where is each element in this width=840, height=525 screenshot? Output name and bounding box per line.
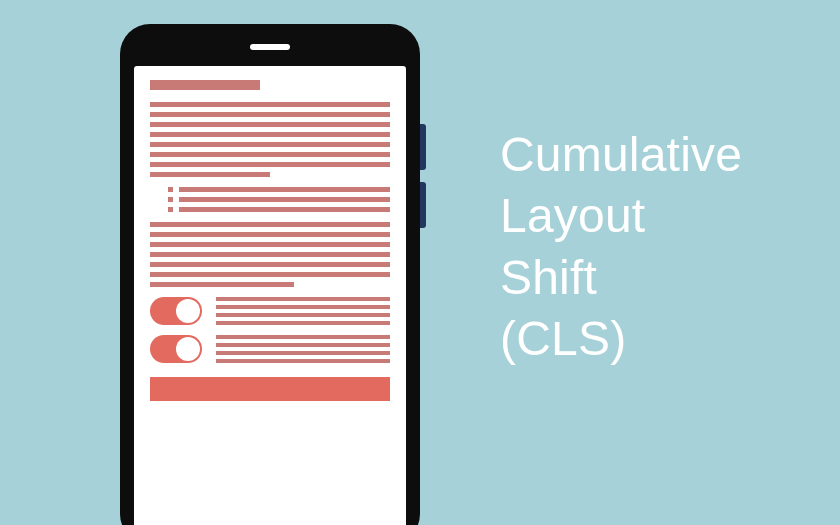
- toggle-row-1: [150, 297, 390, 325]
- bullet-item: [168, 187, 390, 192]
- toggle-knob: [176, 299, 200, 323]
- skeleton-line: [150, 222, 390, 227]
- phone-device: [120, 24, 420, 525]
- skeleton-paragraph-1: [150, 102, 390, 177]
- toggle-knob: [176, 337, 200, 361]
- skeleton-line: [150, 242, 390, 247]
- skeleton-paragraph-2: [150, 222, 390, 287]
- skeleton-line: [150, 122, 390, 127]
- skeleton-line: [150, 282, 294, 287]
- side-button-volume-up[interactable]: [420, 124, 426, 170]
- bullet-item: [168, 207, 390, 212]
- bullet-icon: [168, 187, 173, 192]
- page-title: Cumulative Layout Shift (CLS): [500, 124, 742, 370]
- cta-button-skeleton[interactable]: [150, 377, 390, 401]
- phone-screen: [134, 66, 406, 525]
- skeleton-line: [179, 187, 390, 192]
- skeleton-heading: [150, 80, 260, 90]
- skeleton-line: [150, 142, 390, 147]
- skeleton-line: [150, 252, 390, 257]
- skeleton-line: [150, 152, 390, 157]
- bullet-icon: [168, 207, 173, 212]
- title-line-3: Shift: [500, 247, 742, 308]
- skeleton-line: [150, 102, 390, 107]
- title-line-1: Cumulative: [500, 124, 742, 185]
- skeleton-bullet-list: [168, 187, 390, 212]
- skeleton-line: [216, 297, 390, 301]
- skeleton-line: [179, 207, 390, 212]
- skeleton-line: [150, 272, 390, 277]
- skeleton-line: [216, 305, 390, 309]
- skeleton-line: [216, 351, 390, 355]
- toggle-switch[interactable]: [150, 297, 202, 325]
- skeleton-line: [150, 232, 390, 237]
- side-button-volume-down[interactable]: [420, 182, 426, 228]
- skeleton-line: [150, 162, 390, 167]
- skeleton-line: [150, 172, 270, 177]
- title-line-4: (CLS): [500, 308, 742, 369]
- phone-speaker: [250, 44, 290, 50]
- title-line-2: Layout: [500, 185, 742, 246]
- bullet-icon: [168, 197, 173, 202]
- bullet-item: [168, 197, 390, 202]
- skeleton-line: [150, 112, 390, 117]
- skeleton-line: [150, 132, 390, 137]
- skeleton-line: [216, 335, 390, 339]
- skeleton-line: [150, 262, 390, 267]
- skeleton-line: [216, 359, 390, 363]
- skeleton-line: [216, 343, 390, 347]
- toggle-row-2: [150, 335, 390, 363]
- skeleton-line: [179, 197, 390, 202]
- toggle-label-lines: [216, 335, 390, 363]
- toggle-label-lines: [216, 297, 390, 325]
- toggle-switch[interactable]: [150, 335, 202, 363]
- skeleton-line: [216, 313, 390, 317]
- skeleton-line: [216, 321, 390, 325]
